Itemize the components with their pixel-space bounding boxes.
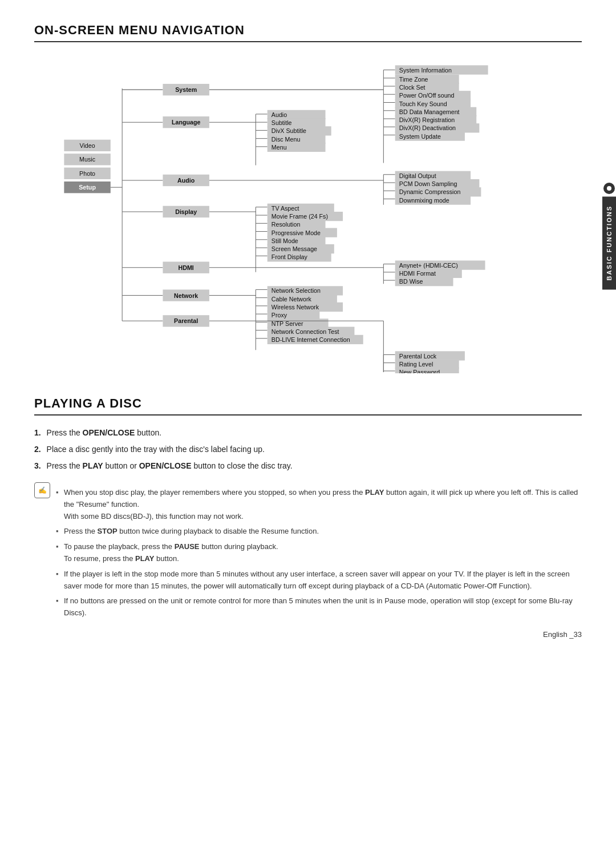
hdmi-label: HDMI — [179, 264, 194, 271]
menu-diagram: Video Music Photo Setup System — [34, 54, 582, 373]
menu-label: Menu — [271, 144, 287, 151]
bullet-4: If the player is left in the stop mode m… — [56, 568, 582, 592]
note-box: ✍ When you stop disc play, the player re… — [34, 481, 582, 623]
downmix-label: Downmixing mode — [399, 197, 449, 204]
digital-output-label: Digital Output — [399, 172, 436, 179]
time-zone-label: Time Zone — [399, 76, 428, 83]
network-label: Network — [174, 292, 198, 299]
play-bold-2: PLAY — [365, 488, 384, 497]
tv-aspect-label: TV Aspect — [271, 205, 299, 212]
front-display-label: Front Display — [271, 253, 308, 260]
side-tab-label: BASIC FUNCTIONS — [602, 196, 616, 289]
side-tab-dot — [603, 183, 615, 194]
divx-deact-label: DivX(R) Deactivation — [399, 124, 456, 131]
step-2: Place a disc gently into the tray with t… — [34, 443, 582, 455]
music-label: Music — [79, 156, 96, 163]
bd-wise-label: BD Wise — [399, 278, 423, 285]
sys-update-label: System Update — [399, 133, 441, 140]
system-label: System — [175, 86, 197, 93]
divx-reg-label: DivX(R) Registration — [399, 116, 455, 123]
system-info-label: System Information — [399, 67, 452, 74]
diagram-svg: Video Music Photo Setup System — [34, 54, 582, 373]
net-sel-label: Network Selection — [271, 287, 321, 294]
step-3: Press the PLAY button or OPEN/CLOSE butt… — [34, 460, 582, 472]
disc-menu-label: Disc Menu — [271, 136, 301, 143]
display-label: Display — [175, 208, 197, 215]
video-label: Video — [80, 142, 95, 149]
movie-frame-label: Movie Frame (24 Fs) — [271, 213, 328, 220]
screen-message-label: Screen Message — [271, 245, 317, 252]
audio-lang-label: Audio — [271, 111, 287, 118]
pause-bold: PAUSE — [175, 542, 200, 551]
bullet-list: When you stop disc play, the player reme… — [56, 487, 582, 619]
proxy-label: Proxy — [271, 312, 287, 318]
steps-list: Press the OPEN/CLOSE button. Place a dis… — [34, 427, 582, 472]
stop-bold: STOP — [98, 527, 117, 535]
still-mode-label: Still Mode — [271, 237, 298, 244]
touch-key-sound-label: Touch Key Sound — [399, 100, 447, 107]
section2-title: PLAYING A DISC — [34, 396, 582, 416]
audio-label: Audio — [177, 177, 195, 184]
page-footer: English _33 — [543, 630, 582, 639]
clock-set-label: Clock Set — [399, 84, 425, 91]
power-sound-label: Power On/Off sound — [399, 92, 455, 99]
divx-subtitle-label: DivX Subtitle — [271, 127, 306, 134]
side-tab-container: BASIC FUNCTIONS — [602, 183, 616, 289]
subtitle-label: Subtitle — [271, 119, 292, 126]
rating-level-label: Rating Level — [399, 361, 433, 368]
wireless-net-label: Wireless Network — [271, 304, 319, 310]
note-content: When you stop disc play, the player reme… — [56, 481, 582, 623]
bullet-2: Press the STOP button twice during playb… — [56, 526, 582, 538]
new-password-label: New Password — [399, 369, 440, 373]
hdmi-format-label: HDMI Format — [399, 270, 436, 277]
step-1: Press the OPEN/CLOSE button. — [34, 427, 582, 439]
progressive-mode-label: Progressive Mode — [271, 229, 321, 236]
setup-label: Setup — [79, 184, 96, 191]
bd-data-mgmt-label: BD Data Management — [399, 108, 460, 115]
dyn-comp-label: Dynamic Compression — [399, 188, 461, 195]
footer-text: English _33 — [543, 630, 582, 639]
bdlive-label: BD-LIVE Internet Connection — [271, 336, 350, 343]
section1-title: ON-SCREEN MENU NAVIGATION — [34, 23, 582, 42]
note-icon: ✍ — [34, 482, 50, 498]
playing-disc-section: PLAYING A DISC Press the OPEN/CLOSE butt… — [34, 396, 582, 623]
parental-label: Parental — [174, 317, 198, 324]
pcm-label: PCM Down Sampling — [399, 180, 457, 187]
resolution-label: Resolution — [271, 221, 301, 228]
bullet-5: If no buttons are pressed on the unit or… — [56, 595, 582, 619]
bullet-1: When you stop disc play, the player reme… — [56, 487, 582, 522]
open-close-bold-1: OPEN/CLOSE — [83, 428, 135, 437]
menu-nav-section: ON-SCREEN MENU NAVIGATION Video Music Ph… — [34, 23, 582, 373]
play-bold: PLAY — [83, 461, 103, 470]
parental-lock-label: Parental Lock — [399, 353, 437, 360]
open-close-bold-2: OPEN/CLOSE — [139, 461, 192, 470]
bullet-3: To pause the playback, press the PAUSE b… — [56, 541, 582, 565]
anynet-label: Anynet+ (HDMI-CEC) — [399, 262, 458, 269]
play-bold-3: PLAY — [135, 554, 154, 563]
cable-net-label: Cable Network — [271, 296, 312, 302]
language-label: Language — [172, 119, 201, 126]
net-conn-test-label: Network Connection Test — [271, 328, 339, 335]
side-tab-dot-inner — [607, 186, 611, 191]
photo-label: Photo — [79, 170, 95, 177]
